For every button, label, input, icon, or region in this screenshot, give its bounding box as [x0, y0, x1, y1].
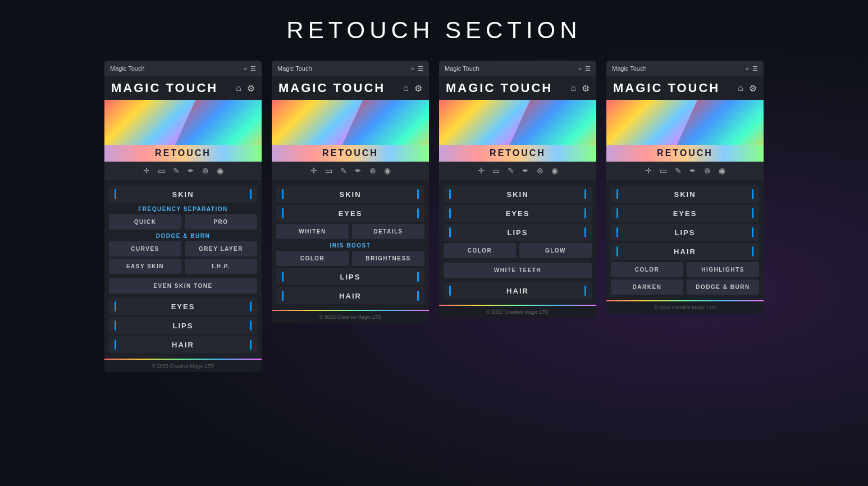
p2-hair-right [417, 291, 419, 301]
panel-2-toolbar: ✛ ▭ ✎ ✒ ⊛ ◉ [272, 162, 429, 180]
menu-icon[interactable]: ☰ [250, 65, 256, 72]
p4-eyes-right [752, 208, 753, 218]
move-icon-2[interactable]: ✛ [310, 166, 317, 175]
white-teeth-button[interactable]: WHITE TEETH [444, 263, 592, 278]
hair-darken-button[interactable]: DARKEN [611, 279, 683, 295]
gear-icon-4[interactable]: ⚙ [749, 83, 757, 94]
rewind-icon-3[interactable]: « [578, 65, 582, 72]
hair-highlights-button[interactable]: HIGHLIGHTS [687, 262, 759, 277]
select-icon[interactable]: ▭ [158, 166, 165, 175]
grey-layer-button[interactable]: GREY LAYER [185, 241, 257, 256]
menu-icon-2[interactable]: ☰ [418, 65, 423, 72]
layers-icon-4[interactable]: ⊛ [704, 166, 711, 175]
menu-icon-4[interactable]: ☰ [752, 65, 758, 72]
p4-hair-label: HAIR [618, 247, 752, 256]
pen-icon-3[interactable]: ✒ [522, 166, 529, 175]
panel-4-image-label: RETOUCH [606, 145, 764, 162]
p3-skin-row[interactable]: SKIN [444, 186, 592, 203]
gear-icon-3[interactable]: ⚙ [582, 83, 590, 94]
panel-2-topbar-title: Magic Touch [277, 65, 312, 72]
ihp-button[interactable]: I.H.P. [185, 259, 257, 274]
lips-color-button[interactable]: COLOR [444, 243, 516, 258]
lips-section-row[interactable]: LIPS [109, 317, 257, 334]
freq-sep-label: FREQUENCY SEPARATION [109, 206, 257, 212]
p4-lips-row[interactable]: LIPS [611, 224, 759, 241]
brush-icon-3[interactable]: ✎ [508, 166, 514, 175]
select-icon-3[interactable]: ▭ [492, 166, 500, 175]
move-icon-4[interactable]: ✛ [645, 166, 652, 175]
lips-label: LIPS [116, 322, 250, 330]
p4-hair-row[interactable]: HAIR [611, 243, 759, 260]
panel-2-image-label: RETOUCH [272, 145, 429, 162]
layers-icon-2[interactable]: ⊛ [369, 166, 376, 175]
brush-icon-2[interactable]: ✎ [340, 166, 347, 175]
effects-icon-2[interactable]: ◉ [384, 166, 391, 175]
panel-1-image: RETOUCH [104, 100, 262, 162]
gear-icon[interactable]: ⚙ [247, 83, 255, 94]
panel-3-header-title: MAGIC TOUCH [446, 81, 552, 95]
lips-glow-button[interactable]: GLOW [519, 243, 592, 258]
p3-eyes-row[interactable]: EYES [444, 205, 592, 222]
pen-icon[interactable]: ✒ [188, 166, 194, 175]
effects-icon[interactable]: ◉ [217, 166, 223, 175]
layers-icon-3[interactable]: ⊛ [537, 166, 543, 175]
p2-eyes-right [417, 208, 419, 218]
rewind-icon-4[interactable]: « [746, 65, 749, 72]
brush-icon[interactable]: ✎ [173, 166, 180, 175]
iris-color-button[interactable]: COLOR [276, 251, 349, 266]
dodge-burn-label: DODGE & BURN [109, 233, 257, 239]
iris-brightness-button[interactable]: BRIGHTNESS [352, 251, 424, 266]
pen-icon-2[interactable]: ✒ [355, 166, 362, 175]
home-icon-2[interactable]: ⌂ [403, 83, 409, 94]
even-skin-tone-button[interactable]: EVEN SKIN TONE [109, 278, 257, 294]
layers-icon[interactable]: ⊛ [202, 166, 209, 175]
panel-2-topbar-icons: « ☰ [411, 65, 423, 72]
select-icon-4[interactable]: ▭ [660, 166, 667, 175]
panel-1-footer: © 2022 Creative Magic LTD [104, 359, 262, 372]
whiten-button[interactable]: WHITEN [276, 224, 349, 239]
effects-icon-3[interactable]: ◉ [551, 166, 558, 175]
rewind-icon[interactable]: « [244, 65, 247, 72]
p2-lips-row[interactable]: LIPS [276, 268, 424, 285]
gear-icon-2[interactable]: ⚙ [414, 83, 422, 94]
panel-1-topbar-icons: « ☰ [244, 65, 256, 72]
effects-icon-4[interactable]: ◉ [719, 166, 725, 175]
move-icon-3[interactable]: ✛ [478, 166, 485, 175]
eyes-section-row[interactable]: EYES [109, 298, 257, 315]
p2-skin-row[interactable]: SKIN [276, 186, 424, 203]
panel-3-topbar-title: Magic Touch [445, 65, 479, 72]
p2-hair-row[interactable]: HAIR [276, 287, 424, 304]
home-icon[interactable]: ⌂ [236, 83, 241, 94]
pro-button[interactable]: PRO [185, 214, 257, 230]
skin-label: SKIN [116, 190, 250, 199]
panel-2-header-icons: ⌂ ⚙ [403, 83, 422, 94]
rewind-icon-2[interactable]: « [411, 65, 414, 72]
p2-hair-label: HAIR [284, 292, 417, 300]
p2-eyes-row[interactable]: EYES [276, 205, 424, 222]
panel-3-header: MAGIC TOUCH ⌂ ⚙ [439, 76, 596, 100]
home-icon-4[interactable]: ⌂ [738, 83, 743, 94]
quick-button[interactable]: QUICK [109, 214, 181, 230]
select-icon-2[interactable]: ▭ [325, 166, 332, 175]
skin-extra-buttons: EASY SKIN I.H.P. [109, 259, 257, 274]
p3-hair-row[interactable]: HAIR [444, 282, 592, 299]
p4-skin-row[interactable]: SKIN [611, 186, 759, 203]
skin-section-row[interactable]: SKIN [109, 186, 257, 203]
menu-icon-3[interactable]: ☰ [585, 65, 591, 72]
panel-3-topbar: Magic Touch « ☰ [439, 61, 596, 76]
p3-lips-row[interactable]: LIPS [444, 224, 592, 241]
move-icon[interactable]: ✛ [143, 166, 150, 175]
easy-skin-button[interactable]: EASY SKIN [109, 259, 181, 274]
hair-dodge-burn-button[interactable]: DODGE & BURN [687, 279, 759, 295]
hair-color-button[interactable]: COLOR [611, 262, 683, 277]
details-button[interactable]: DETAILS [352, 224, 424, 239]
p4-eyes-row[interactable]: EYES [611, 205, 759, 222]
hair-section-row[interactable]: HAIR [109, 336, 257, 353]
curves-button[interactable]: CURVES [109, 241, 181, 256]
panel-4-header-title: MAGIC TOUCH [613, 81, 720, 95]
home-icon-3[interactable]: ⌂ [570, 83, 576, 94]
eyes-indicator-right [250, 301, 252, 311]
panel-4-toolbar: ✛ ▭ ✎ ✒ ⊛ ◉ [606, 162, 764, 180]
brush-icon-4[interactable]: ✎ [675, 166, 682, 175]
pen-icon-4[interactable]: ✒ [689, 166, 696, 175]
